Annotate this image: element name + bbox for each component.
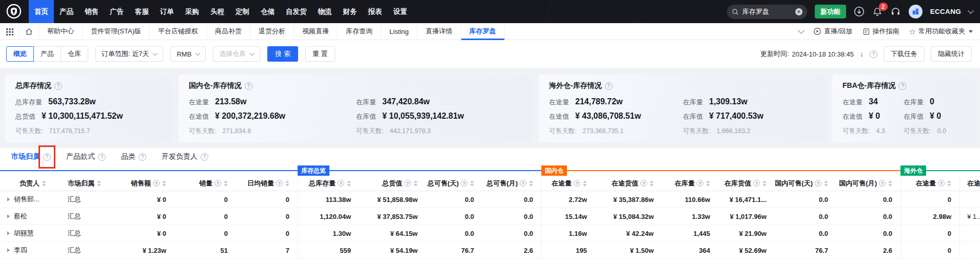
- help-icon[interactable]: [153, 180, 160, 187]
- sort-icon[interactable]: [706, 180, 710, 187]
- nav-item-13[interactable]: 财务: [338, 0, 363, 23]
- page-tab-10[interactable]: 库存罗盘: [461, 23, 505, 40]
- nav-item-1[interactable]: 首页: [29, 0, 54, 23]
- column-header-7[interactable]: 总货值: [359, 176, 426, 191]
- refresh-download-icon[interactable]: ↓: [860, 50, 864, 58]
- sort-icon[interactable]: [347, 180, 351, 187]
- new-feature-button[interactable]: 新功能: [815, 5, 846, 18]
- owner-cell[interactable]: 李四: [0, 242, 61, 258]
- guide-button[interactable]: 操作指南: [863, 27, 899, 36]
- expand-caret-icon[interactable]: [7, 197, 10, 201]
- app-logo-icon[interactable]: [6, 4, 22, 19]
- download-center-icon[interactable]: [854, 6, 865, 17]
- help-icon[interactable]: [697, 180, 703, 187]
- expand-caret-icon[interactable]: [7, 231, 10, 235]
- help-icon[interactable]: [245, 82, 252, 90]
- nav-item-15[interactable]: 设置: [388, 0, 413, 23]
- apps-grid-icon[interactable]: [0, 23, 19, 40]
- help-icon[interactable]: [753, 180, 760, 187]
- dimension-tab-4[interactable]: 开发负责人: [162, 152, 208, 161]
- column-header-9[interactable]: 总可售(月): [482, 176, 541, 191]
- sort-icon[interactable]: [414, 180, 418, 187]
- sort-icon[interactable]: [888, 180, 892, 187]
- page-tab-9[interactable]: 直播详情: [418, 23, 461, 40]
- help-icon[interactable]: [404, 180, 411, 187]
- column-header-15[interactable]: 国内可售(月): [836, 176, 900, 191]
- owner-cell[interactable]: 胡丽慧: [0, 225, 61, 242]
- column-header-11[interactable]: 在途货值: [595, 176, 662, 191]
- help-icon[interactable]: [898, 82, 906, 90]
- column-header-16[interactable]: 在途量: [900, 176, 959, 191]
- help-icon[interactable]: [338, 180, 344, 187]
- page-tab-6[interactable]: 视频直播: [294, 23, 338, 40]
- sort-icon[interactable]: [650, 180, 654, 187]
- live-replay-button[interactable]: 直播/回放: [813, 27, 853, 36]
- dimension-tab-1[interactable]: 市场归属: [11, 152, 51, 161]
- help-icon[interactable]: [640, 180, 647, 187]
- nav-item-9[interactable]: 定制: [230, 0, 255, 23]
- help-icon[interactable]: [43, 153, 51, 161]
- column-header-17[interactable]: 在途货值: [959, 176, 980, 191]
- help-icon[interactable]: [461, 180, 467, 187]
- search-button[interactable]: 搜 索: [267, 46, 298, 62]
- help-icon[interactable]: [139, 153, 146, 161]
- column-header-14[interactable]: 国内可售(天): [775, 176, 836, 191]
- owner-cell[interactable]: 销售部...: [0, 191, 61, 208]
- nav-item-5[interactable]: 客服: [129, 0, 154, 23]
- expand-caret-icon[interactable]: [7, 214, 10, 218]
- table-row-4[interactable]: 李四汇总¥ 1.23w517559¥ 54.19w76.72.6195¥ 1.5…: [0, 242, 980, 259]
- nav-item-7[interactable]: 采购: [180, 0, 205, 23]
- nav-item-11[interactable]: 自发货: [280, 0, 312, 23]
- view-button-3[interactable]: 仓库: [61, 46, 88, 62]
- help-icon[interactable]: [98, 153, 106, 161]
- notifications-bell-icon[interactable]: 2: [872, 7, 883, 17]
- owner-cell[interactable]: 蔡松: [0, 208, 61, 225]
- help-icon[interactable]: [54, 82, 62, 90]
- sort-icon[interactable]: [42, 180, 46, 187]
- expand-caret-icon[interactable]: [7, 248, 10, 252]
- column-header-6[interactable]: 总库存量: [298, 176, 359, 191]
- sort-icon[interactable]: [285, 180, 289, 187]
- table-row-1[interactable]: 销售部...汇总¥ 000113.38w¥ 51,858.98w0.00.02.…: [0, 191, 980, 208]
- sort-icon[interactable]: [762, 180, 767, 187]
- column-header-3[interactable]: 销售额: [118, 176, 174, 191]
- currency-select[interactable]: RMB: [170, 46, 206, 62]
- help-icon[interactable]: [214, 180, 221, 187]
- page-tab-7[interactable]: 库存查询: [338, 23, 381, 40]
- sort-icon[interactable]: [947, 180, 951, 187]
- account-name[interactable]: ECCANG: [930, 8, 961, 15]
- nav-item-12[interactable]: 物流: [312, 0, 338, 23]
- collapse-tabs-icon[interactable]: [798, 27, 805, 34]
- help-icon[interactable]: [605, 82, 613, 90]
- page-tab-2[interactable]: 货件管理(STA)版: [83, 23, 150, 40]
- sort-icon[interactable]: [529, 180, 533, 187]
- nav-item-2[interactable]: 产品: [54, 0, 79, 23]
- hide-stats-button[interactable]: 隐藏统计: [931, 46, 972, 62]
- avatar[interactable]: [909, 5, 923, 18]
- column-header-2[interactable]: 市场归属: [61, 176, 118, 191]
- help-icon[interactable]: [815, 180, 821, 187]
- page-tab-3[interactable]: 平台店铺授权: [150, 23, 207, 40]
- dimension-tab-3[interactable]: 品类: [121, 152, 146, 161]
- column-header-12[interactable]: 在库量: [662, 176, 718, 191]
- account-chevron-icon[interactable]: [968, 8, 973, 13]
- help-icon[interactable]: [574, 180, 580, 187]
- warehouse-select[interactable]: 选择仓库: [213, 46, 260, 62]
- dimension-tab-2[interactable]: 产品款式: [66, 152, 106, 161]
- column-header-5[interactable]: 日均销量: [236, 176, 298, 191]
- help-icon[interactable]: [870, 50, 877, 58]
- help-icon[interactable]: [201, 153, 208, 161]
- help-icon[interactable]: [879, 180, 886, 187]
- sort-icon[interactable]: [470, 180, 474, 187]
- home-icon[interactable]: [19, 23, 39, 40]
- nav-item-6[interactable]: 订单: [154, 0, 180, 23]
- nav-item-3[interactable]: 销售: [79, 0, 104, 23]
- help-icon[interactable]: [276, 180, 283, 187]
- table-row-2[interactable]: 蔡松汇总¥ 0001,120.04w¥ 37,853.75w0.00.015.1…: [0, 208, 980, 225]
- sort-icon[interactable]: [583, 180, 587, 187]
- column-header-1[interactable]: 负责人: [0, 176, 61, 191]
- search-input[interactable]: [742, 8, 792, 15]
- nav-item-14[interactable]: 报表: [363, 0, 388, 23]
- page-tab-5[interactable]: 退货分析: [250, 23, 294, 40]
- download-tasks-button[interactable]: 下载任务: [884, 46, 925, 62]
